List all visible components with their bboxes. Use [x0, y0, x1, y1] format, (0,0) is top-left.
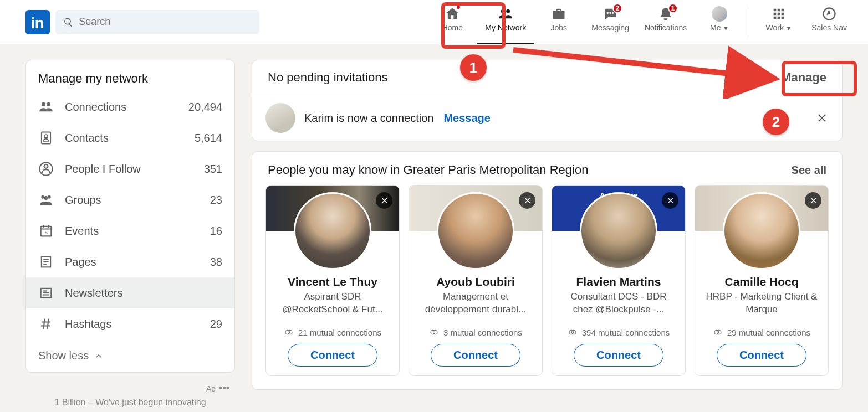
- search-icon: [63, 17, 73, 28]
- svg-point-10: [288, 330, 292, 334]
- sidebar-label: Events: [65, 225, 210, 238]
- person-name[interactable]: Flavien Martins: [571, 275, 667, 289]
- mutual-row: 3 mutual connections: [423, 327, 528, 337]
- notifications-badge: 1: [668, 3, 678, 13]
- svg-point-14: [571, 330, 576, 334]
- pymk-title: People you may know in Greater Paris Met…: [268, 163, 588, 177]
- mutual-icon: [713, 327, 723, 337]
- svg-point-16: [717, 330, 721, 334]
- nav-home-label: Home: [442, 23, 463, 32]
- sidebar-title: Manage my network: [26, 60, 234, 91]
- connect-button[interactable]: Connect: [288, 344, 377, 367]
- nav-jobs-label: Jobs: [550, 23, 567, 32]
- nav-salesnav[interactable]: Sales Nav: [804, 0, 855, 44]
- connection-avatar[interactable]: [265, 103, 295, 133]
- person-name[interactable]: Vincent Le Thuy: [282, 275, 383, 289]
- search-input[interactable]: [79, 16, 252, 28]
- svg-text:in: in: [30, 14, 44, 32]
- dismiss-icon[interactable]: ✕: [662, 192, 678, 209]
- manage-button[interactable]: Manage: [781, 70, 826, 85]
- newsletter-icon: [38, 285, 54, 301]
- dismiss-icon[interactable]: ✕: [805, 192, 821, 209]
- close-icon[interactable]: [815, 111, 829, 125]
- nav-home[interactable]: Home: [427, 0, 477, 44]
- see-all-button[interactable]: See all: [792, 164, 826, 177]
- sidebar-item-groups[interactable]: Groups 23: [26, 184, 234, 215]
- person-card: ✕ Camille Hocq HRBP - Marketing Client &…: [695, 185, 829, 376]
- connect-button[interactable]: Connect: [574, 344, 663, 367]
- nav-work[interactable]: Work▼: [754, 0, 804, 44]
- dismiss-icon[interactable]: ✕: [376, 192, 392, 209]
- mutual-icon: [284, 327, 294, 337]
- sidebar-count: 16: [210, 225, 222, 238]
- person-avatar[interactable]: [723, 192, 800, 270]
- mutual-text: 3 mutual connections: [443, 328, 522, 337]
- ad-menu-icon[interactable]: •••: [219, 383, 229, 394]
- person-name[interactable]: Ayoub Loubiri: [431, 275, 520, 289]
- person-avatar[interactable]: [294, 192, 371, 270]
- hashtag-icon: [38, 316, 54, 332]
- person-avatar[interactable]: [580, 192, 657, 270]
- ad-bar: Ad •••: [25, 383, 235, 398]
- pymk-card: People you may know in Greater Paris Met…: [252, 151, 843, 390]
- groups-icon: [38, 192, 54, 208]
- people-icon: [38, 99, 54, 115]
- dismiss-icon[interactable]: ✕: [519, 192, 535, 209]
- sidebar-item-pages[interactable]: Pages 38: [26, 246, 234, 277]
- sidebar-item-newsletters[interactable]: Newsletters: [26, 277, 234, 308]
- messaging-badge: 2: [612, 3, 622, 13]
- nav-notifications-label: Notifications: [645, 23, 687, 32]
- connection-text: Karim is now a connection: [304, 112, 433, 125]
- sidebar-item-hashtags[interactable]: Hashtags 29: [26, 308, 234, 339]
- mutual-text: 21 mutual connections: [298, 328, 381, 337]
- nav-avatar: [712, 6, 727, 22]
- briefcase-icon: [551, 6, 566, 22]
- nav-divider: [749, 7, 749, 38]
- linkedin-logo-icon: in: [25, 10, 50, 34]
- connect-button[interactable]: Connect: [431, 344, 520, 367]
- sidebar-item-connections[interactable]: Connections 20,494: [26, 91, 234, 122]
- sidebar-count: 20,494: [188, 101, 222, 114]
- show-less-button[interactable]: Show less: [26, 339, 234, 372]
- ad-tagline: 1 Billion – We've just begun innovating: [25, 398, 235, 408]
- nav-network[interactable]: My Network: [477, 0, 534, 44]
- sidebar-count: 29: [210, 318, 222, 331]
- mutual-row: 21 mutual connections: [278, 327, 387, 337]
- person-name[interactable]: Camille Hocq: [719, 275, 804, 289]
- nav-me[interactable]: Me▼: [695, 0, 744, 44]
- person-subtitle: Consultant DCS - BDR chez @Blockpulse -.…: [552, 289, 685, 317]
- nav-work-label: Work▼: [766, 23, 792, 32]
- follow-icon: [38, 161, 54, 177]
- mutual-row: 29 mutual connections: [707, 327, 816, 337]
- sidebar-item-events[interactable]: 5 Events 16: [26, 215, 234, 246]
- person-subtitle: HRBP - Marketing Client & Marque: [695, 289, 828, 317]
- invitations-header: No pending invitations: [268, 70, 387, 85]
- caret-down-icon: ▼: [785, 24, 792, 32]
- chevron-up-icon: [94, 352, 103, 360]
- sidebar-count: 351: [204, 163, 222, 176]
- search-box[interactable]: [55, 10, 259, 34]
- nav-jobs[interactable]: Jobs: [534, 0, 584, 44]
- sidebar-label: People I Follow: [65, 163, 204, 176]
- person-avatar[interactable]: [437, 192, 514, 270]
- nav-messaging-label: Messaging: [591, 23, 629, 32]
- nav-notifications[interactable]: 1 Notifications: [637, 0, 695, 44]
- sidebar-count: 5,614: [195, 132, 222, 145]
- svg-text:5: 5: [45, 230, 48, 235]
- mutual-icon: [568, 327, 578, 337]
- person-card: ✕ Ayoub Loubiri Management et développem…: [409, 185, 543, 376]
- message-link[interactable]: Message: [443, 112, 491, 125]
- mutual-icon: [429, 327, 439, 337]
- sidebar-count: 23: [210, 194, 222, 207]
- nav-messaging[interactable]: 2 Messaging: [584, 0, 637, 44]
- linkedin-logo[interactable]: in: [25, 10, 50, 34]
- mutual-text: 394 mutual connections: [582, 328, 670, 337]
- sidebar-item-following[interactable]: People I Follow 351: [26, 153, 234, 184]
- sidebar-item-contacts[interactable]: Contacts 5,614: [26, 122, 234, 153]
- svg-point-3: [44, 164, 48, 168]
- grid-icon: [771, 6, 787, 22]
- sidebar-label: Groups: [65, 194, 210, 207]
- connect-button[interactable]: Connect: [717, 344, 806, 367]
- sidebar-label: Newsletters: [65, 287, 222, 300]
- top-nav: in Home My Network Jobs 2 Messaging 1 No…: [0, 0, 868, 44]
